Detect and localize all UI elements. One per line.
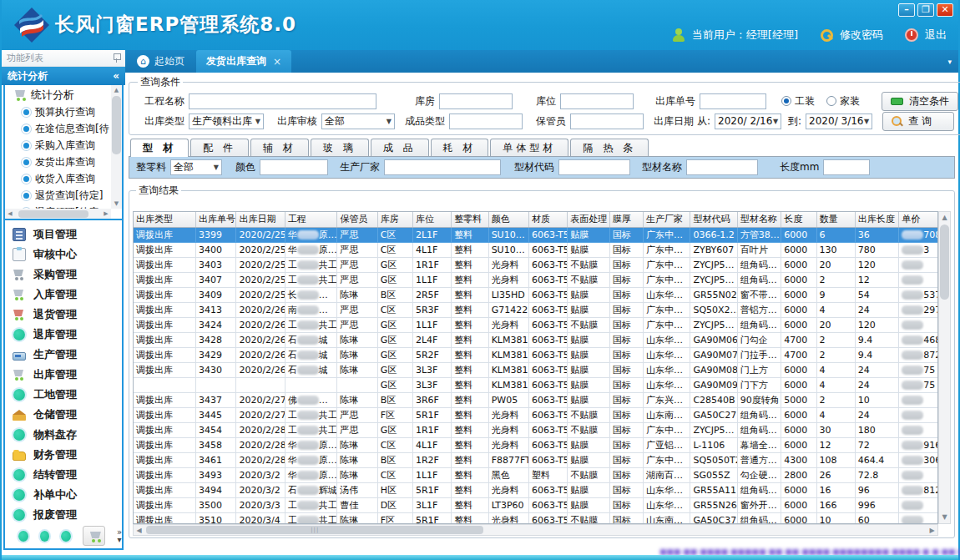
change-password-button[interactable]: 修改密码 [840,28,883,43]
scroll-thumb[interactable]: ||| [146,526,483,534]
column-header-生产厂家[interactable]: 生产厂家 [644,212,690,227]
profile-name-input[interactable] [686,159,758,175]
column-header-材质[interactable]: 材质 [528,212,567,227]
column-header-出库单号[interactable]: 出库单号 [196,212,236,227]
scroll-left-icon[interactable]: ◀ [5,210,15,217]
maximize-button[interactable]: ❐ [917,3,934,17]
material-tab-型材[interactable]: 型 材 [130,139,189,157]
scroll-thumb[interactable] [18,210,88,218]
scroll-thumb[interactable] [940,225,949,300]
scroll-right-icon[interactable]: ▶ [927,527,937,534]
table-row[interactable]: 调拨出库34132020/2/26南…严思C区5R3F整料G714226063-… [134,302,938,317]
table-row[interactable]: 调拨出库34092020/2/25长…陈琳B区2R5F整料LI35HD6063-… [134,287,938,302]
green-circle-icon[interactable] [18,531,28,542]
material-tab-耗材[interactable]: 耗 材 [431,139,489,157]
scroll-down-icon[interactable]: ▼ [111,199,122,209]
date-to-dropdown[interactable]: 2020/ 3/16 ▼ [806,114,872,129]
sidebar-item-工地管理[interactable]: 工地管理 [5,385,122,405]
scroll-up-icon[interactable]: ▲ [939,212,950,224]
material-tab-隔热条[interactable]: 隔 热 条 [570,139,649,157]
table-vertical-scrollbar[interactable]: ▲ ▼ [938,211,951,524]
column-header-单价[interactable]: 单价 [899,212,938,227]
sidebar-item-出库管理[interactable]: 出库管理 [5,365,122,385]
green-circle-icon[interactable] [40,531,50,542]
table-row[interactable]: G区3L3F整料KLM38176063-T5贴膜国标山东华…GA90M09.门下… [134,377,938,392]
order-no-input[interactable] [700,93,766,109]
logout-button[interactable]: 退出 [925,28,947,43]
date-from-dropdown[interactable]: 2020/ 2/16 ▼ [715,114,781,129]
project-name-input[interactable] [189,93,376,109]
length-input[interactable] [823,159,870,175]
keeper-input[interactable] [570,114,644,129]
tree-item-发货出库查询[interactable]: 发货出库查询 [8,154,111,170]
column-header-出库日期[interactable]: 出库日期 [236,212,285,227]
column-header-颜色[interactable]: 颜色 [488,212,528,227]
sidebar-item-退库管理[interactable]: 退库管理 [5,325,122,345]
tree-horizontal-scrollbar[interactable]: ◀ ▶ [5,209,111,219]
scroll-left-icon[interactable]: ◀ [134,527,144,534]
table-horizontal-scrollbar[interactable]: ◀ ||| ▶ [133,524,938,536]
manufacturer-input[interactable] [384,159,501,175]
out-type-dropdown[interactable]: 生产领料出库 ▼ [189,114,264,129]
column-header-数量[interactable]: 数量 [816,212,855,227]
table-row[interactable]: 调拨出库34032020/2/25工共工程严思G区1R1F整料光身料6063-T… [134,257,938,272]
more-panels-button[interactable]: »▾ [117,528,122,543]
pin-icon[interactable] [113,53,120,63]
material-tab-单体型材[interactable]: 单体型材 [490,139,568,157]
tree-vertical-scrollbar[interactable]: ▲ ▼ [111,85,122,209]
table-row[interactable]: 调拨出库34612020/2/28华原…陈琳B区1R2F整料F8877FT606… [134,452,938,467]
jiazhuang-radio[interactable] [826,96,836,106]
product-type-input[interactable] [449,114,523,129]
table-row[interactable]: 调拨出库33992020/2/25华原…严思C区2L1F整料SU10…6063-… [134,227,938,242]
audit-dropdown[interactable]: 全部 ▼ [321,114,395,129]
sidebar-item-物料盘存[interactable]: 物料盘存 [5,425,122,445]
tree-item-采购入库查询[interactable]: 采购入库查询 [8,137,111,154]
sidebar-item-入库管理[interactable]: 入库管理 [5,285,122,305]
sidebar-item-财务管理[interactable]: 财务管理 [5,445,122,465]
material-tab-成品[interactable]: 成 品 [371,139,429,157]
table-row[interactable]: 调拨出库34452020/2/27工共工程严思F区5R1F整料光身料6063-T… [134,407,938,422]
table-row[interactable]: 调拨出库34002020/2/25华原…严思C区4L1F整料SU10…6063-… [134,242,938,257]
scroll-up-icon[interactable]: ▲ [111,85,122,95]
tree-root-statistics[interactable]: 统计分析 [8,87,111,103]
scroll-right-icon[interactable]: ▶ [101,210,111,217]
tree-item-预算执行查询[interactable]: 预算执行查询 [8,103,111,120]
cart-button[interactable] [83,526,105,546]
column-header-型材代码[interactable]: 型材代码 [690,212,737,227]
sidebar-item-退货管理[interactable]: 退货管理 [5,305,122,325]
sidebar-item-审核中心[interactable]: 审核中心 [5,245,122,265]
column-header-表面处理[interactable]: 表面处理 [568,212,609,227]
profile-code-input[interactable] [558,159,630,175]
scroll-down-icon[interactable]: ▼ [939,512,950,523]
column-header-库房[interactable]: 库房 [377,212,412,227]
table-row[interactable]: 调拨出库35002020/3/3工共工程曹佳D区3L1F整料LT3P606063… [134,497,938,512]
table-row[interactable]: 调拨出库35102020/3/4工共工程陈琳F区5R1F整料光身料6063-T5… [134,512,938,524]
sidebar-item-报废管理[interactable]: 报废管理 [5,505,122,525]
column-header-型材名称[interactable]: 型材名称 [737,212,781,227]
minimize-button[interactable]: – [898,3,915,17]
warehouse-input[interactable] [439,93,513,109]
scroll-thumb[interactable] [112,96,121,154]
column-header-长度[interactable]: 长度 [781,212,816,227]
tree-item-收货入库查询[interactable]: 收货入库查询 [8,170,111,187]
table-row[interactable]: 调拨出库34942020/3/2石辉城汤伟H区5R1F整料光身料6063-T5贴… [134,482,938,497]
column-header-工程[interactable]: 工程 [285,212,336,227]
table-row[interactable]: 调拨出库34582020/2/28华原…陈琳C区4L1F整料光身料6063-T5… [134,437,938,452]
table-row[interactable]: 调拨出库34242020/2/26工共工程严思G区1L1F整料光身料6063-T… [134,317,938,332]
column-header-库位[interactable]: 库位 [412,212,451,227]
table-row[interactable]: 调拨出库34292020/2/26石城陈琳G区5R2F整料KLM38176063… [134,347,938,362]
collapse-icon[interactable]: « [113,70,119,82]
close-button[interactable]: ✕ [937,3,953,17]
table-row[interactable]: 调拨出库34542020/2/28工共工程严思G区1R1F整料光身料6063-T… [134,422,938,437]
gongzhuang-radio[interactable] [781,96,791,106]
tree-item-在途信息查询[待[interactable]: 在途信息查询[待 [8,120,111,137]
tab-shipment-query[interactable]: 发货出库查询 × [196,50,291,73]
tab-list-dropdown-icon[interactable]: ▾ [947,58,952,66]
column-header-保管员[interactable]: 保管员 [337,212,377,227]
sidebar-item-项目管理[interactable]: 项目管理 [5,225,122,245]
sidebar-group-header[interactable]: 统计分析 « [2,67,125,85]
clear-conditions-button[interactable]: 清空条件 [882,92,958,111]
table-row[interactable]: 调拨出库34302020/2/26石城陈琳G区3L3F整料KLM38176063… [134,362,938,377]
column-header-整零料[interactable]: 整零料 [452,212,488,227]
search-button[interactable]: 查 询 [882,112,954,131]
